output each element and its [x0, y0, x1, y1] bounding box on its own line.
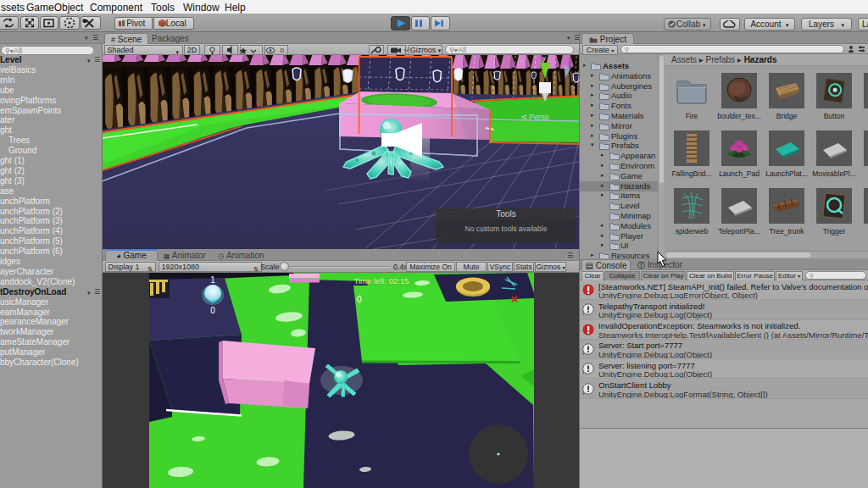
- svg-text:0: 0: [357, 295, 362, 304]
- svg-text:y: y: [542, 55, 546, 62]
- svg-text:Time left: 02:15: Time left: 02:15: [353, 276, 409, 286]
- svg-text:Tools: Tools: [496, 209, 515, 219]
- svg-text:0: 0: [210, 306, 215, 315]
- svg-text:⊲ Persp: ⊲ Persp: [520, 113, 549, 121]
- svg-text:1: 1: [210, 275, 215, 285]
- svg-text:No custom tools available: No custom tools available: [465, 225, 548, 233]
